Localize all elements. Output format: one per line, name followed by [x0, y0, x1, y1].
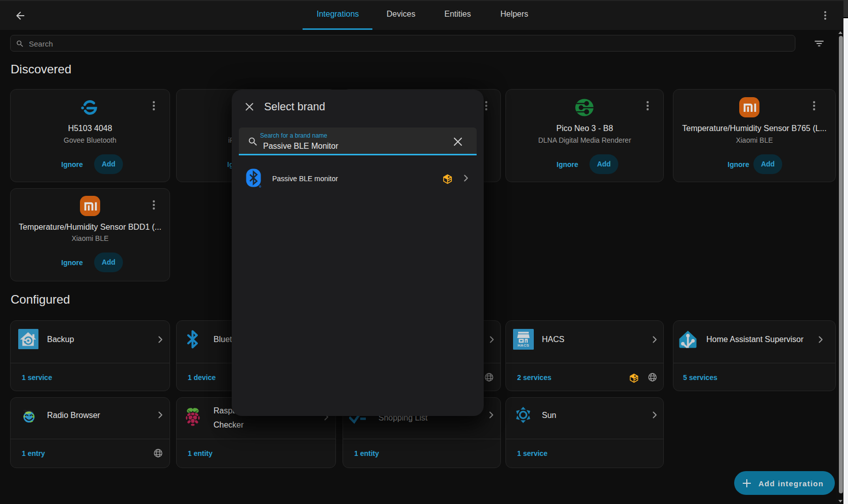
- svg-text:HACS: HACS: [518, 343, 529, 348]
